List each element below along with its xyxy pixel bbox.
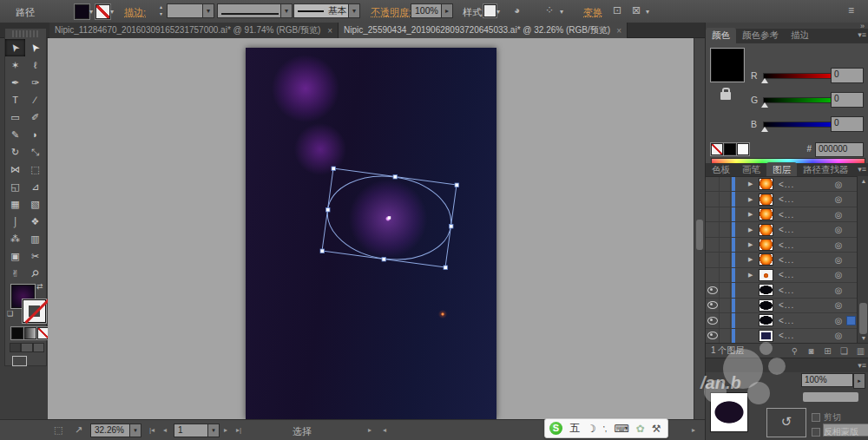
lock-icon[interactable]	[720, 92, 731, 100]
layer-row[interactable]: ▶ <... ◎	[706, 268, 857, 283]
visibility-cell[interactable]	[706, 238, 720, 252]
rectangle-tool[interactable]: ▭	[5, 108, 25, 126]
vertical-scrollbar[interactable]	[694, 38, 706, 419]
control-panel-menu-icon[interactable]: ≡	[848, 4, 854, 16]
last-artboard-icon[interactable]: ▸|	[236, 426, 241, 434]
artboard-nav-icon[interactable]: ⬚	[54, 424, 62, 436]
artboard[interactable]	[246, 48, 496, 419]
clip-checkbox[interactable]: 剪切	[812, 411, 841, 424]
visibility-cell[interactable]	[706, 329, 720, 343]
skin-icon[interactable]: ✿	[636, 423, 645, 435]
layer-name[interactable]: <...	[779, 286, 794, 295]
target-circle-icon[interactable]: ◎	[832, 210, 845, 220]
color-mode-button[interactable]	[11, 327, 23, 339]
target-circle-icon[interactable]: ◎	[832, 240, 845, 250]
target-circle-icon[interactable]: ◎	[832, 331, 845, 340]
close-icon[interactable]: ×	[616, 26, 621, 36]
channel-slider-knob[interactable]	[761, 102, 768, 108]
layer-name[interactable]: <...	[779, 194, 794, 204]
layer-row[interactable]: ▶ <... ◎	[706, 222, 857, 237]
lock-cell[interactable]	[720, 207, 731, 221]
draw-normal-button[interactable]	[10, 343, 21, 352]
chevron-down-icon[interactable]: ▾	[89, 8, 93, 16]
layer-name[interactable]: <...	[779, 225, 794, 234]
width-profile-select[interactable]	[217, 3, 281, 18]
blend-tool[interactable]: ❖	[25, 213, 45, 230]
channel-slider-knob[interactable]	[761, 127, 768, 132]
fill-color-swatch[interactable]	[75, 4, 89, 19]
scroll-down-icon[interactable]: ▼	[858, 335, 868, 341]
gradient-mode-button[interactable]	[24, 327, 36, 339]
current-color-swatch[interactable]	[711, 49, 744, 82]
channel-slider-track[interactable]	[763, 121, 832, 128]
hex-value-field[interactable]: 000000	[815, 142, 864, 157]
lock-cell[interactable]	[720, 329, 731, 343]
zoom-level-field[interactable]: 32.26%	[90, 424, 130, 437]
chevron-down-icon[interactable]: ▾	[496, 8, 500, 16]
expand-triangle-icon[interactable]: ▶	[748, 256, 759, 263]
recolor-artwork-icon[interactable]: ◕	[514, 4, 520, 16]
transform-frame-icon[interactable]: ⊡	[613, 4, 621, 16]
align-icon[interactable]: ⁘	[545, 4, 554, 16]
draw-inside-button[interactable]	[33, 343, 44, 352]
shape-builder-tool[interactable]: ◱	[5, 178, 25, 195]
black-swatch[interactable]	[724, 143, 736, 155]
target-circle-icon[interactable]: ◎	[832, 316, 845, 325]
gradient-tool[interactable]: ▧	[25, 195, 45, 213]
scale-tool[interactable]: ⤡	[25, 143, 45, 161]
lock-cell[interactable]	[720, 268, 731, 282]
panel-menu-icon[interactable]: ▾≡	[858, 361, 866, 370]
next-artboard-icon[interactable]: ▸	[224, 426, 227, 434]
layer-row[interactable]: ▶ <... ◎	[706, 177, 857, 192]
layer-row[interactable]: ▶ <... ◎	[706, 283, 857, 298]
chevron-down-icon[interactable]: ▾	[348, 3, 360, 18]
type-tool[interactable]: T	[5, 91, 25, 108]
swap-fill-stroke-icon[interactable]: ⇄	[36, 282, 43, 291]
white-swatch[interactable]	[737, 143, 749, 155]
target-circle-icon[interactable]: ◎	[832, 300, 845, 310]
stroke-swatch[interactable]	[22, 299, 47, 324]
target-circle-icon[interactable]: ◎	[832, 225, 845, 234]
expand-triangle-icon[interactable]: ▶	[748, 211, 759, 218]
new-sublayer-icon[interactable]: ⊞	[819, 346, 836, 356]
panel-tab[interactable]: 颜色参考	[736, 28, 785, 43]
style-swatch[interactable]	[483, 4, 496, 17]
arrange-windows-icon[interactable]: ↗	[75, 424, 82, 436]
punctuation-icon[interactable]: ’,	[603, 424, 608, 433]
eyedropper-tool[interactable]: ⌡	[5, 213, 25, 230]
new-layer-icon[interactable]: ❏	[836, 346, 852, 356]
line-segment-tool[interactable]: ∕	[25, 91, 45, 108]
vertical-scrollbar-thumb[interactable]	[696, 220, 703, 250]
panel-tab[interactable]: 颜色	[706, 28, 736, 43]
brush-definition-select[interactable]: 基本	[293, 3, 349, 18]
scroll-right-icon[interactable]: ▸	[368, 426, 372, 434]
toolbox-wrench-icon[interactable]: ⚒	[652, 423, 661, 435]
expand-triangle-icon[interactable]: ▶	[748, 227, 759, 233]
layer-name[interactable]: <...	[779, 240, 794, 250]
scroll-right-icon[interactable]: ▸	[692, 426, 695, 434]
default-fill-stroke-icon[interactable]: ❏	[7, 310, 13, 318]
mask-thumbnail-frame[interactable]: ↺	[766, 408, 806, 437]
layer-name[interactable]: <...	[779, 316, 794, 325]
chevron-down-icon[interactable]: ▾	[129, 424, 141, 437]
invert-mask-checkbox[interactable]: 反相蒙版	[812, 426, 858, 438]
layer-name[interactable]: <...	[779, 180, 794, 189]
layer-row[interactable]: ▶ <... ◎	[706, 207, 857, 222]
magic-wand-tool[interactable]: ✶	[5, 56, 25, 74]
layers-scrollbar-thumb[interactable]	[859, 303, 867, 334]
none-swatch[interactable]	[711, 143, 723, 155]
zoom-tool[interactable]: ⚲	[25, 265, 45, 282]
scroll-up-icon[interactable]: ▲	[858, 178, 868, 184]
visibility-cell[interactable]	[706, 299, 720, 312]
slice-tool[interactable]: ✂	[25, 247, 45, 265]
locate-object-icon[interactable]: ⚲	[786, 346, 803, 356]
stroke-panel-link[interactable]: 描边:	[124, 6, 146, 19]
layer-row[interactable]: ▶ <... ◎	[706, 329, 857, 344]
screen-mode-button[interactable]	[12, 356, 27, 366]
target-circle-icon[interactable]: ◎	[832, 286, 845, 295]
chevron-down-icon[interactable]: ▾	[280, 3, 293, 18]
previous-artboard-icon[interactable]: ◂	[163, 426, 167, 434]
stroke-weight-select[interactable]	[167, 3, 203, 18]
transform-link[interactable]: 变换	[583, 6, 602, 19]
close-icon[interactable]: ×	[327, 26, 332, 36]
